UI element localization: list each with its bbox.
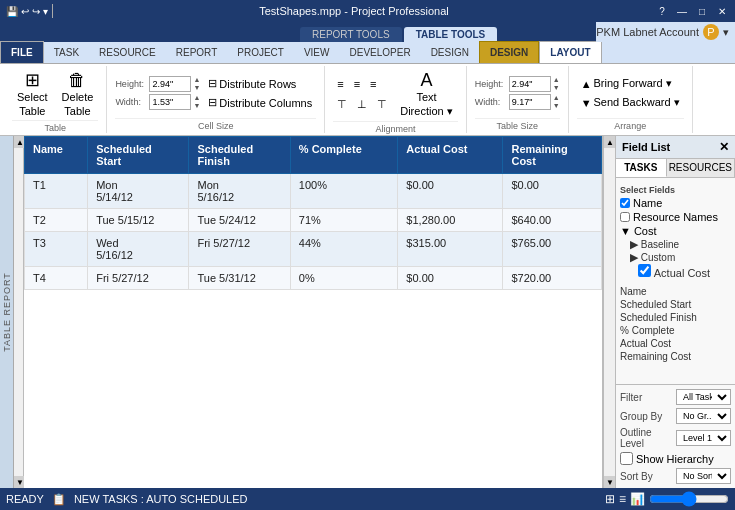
- distribute-rows-icon: ⊟: [208, 77, 217, 90]
- tab-task[interactable]: TASK: [44, 41, 89, 63]
- fl-expand-baseline[interactable]: ▶: [630, 238, 638, 250]
- fl-groupby-select[interactable]: No Gr...: [676, 408, 731, 424]
- fl-sortby-select[interactable]: No Sort: [676, 468, 731, 484]
- tab-report[interactable]: REPORT: [166, 41, 228, 63]
- height-input[interactable]: [149, 76, 191, 92]
- table-row: T4Fri 5/27/12Tue 5/31/120%$0.00$720.00: [25, 267, 602, 290]
- ribbon-group-table-label: Table: [12, 120, 98, 133]
- table-height-spinner: Height: ▲ ▼: [475, 76, 560, 92]
- avatar[interactable]: P: [703, 24, 719, 40]
- cell-actual-cost: $315.00: [398, 232, 503, 267]
- fl-plain-sched-finish: Scheduled Finish: [620, 311, 731, 324]
- fl-expand-cost[interactable]: ▼: [620, 225, 631, 237]
- tab-project[interactable]: PROJECT: [227, 41, 294, 63]
- table-width-down[interactable]: ▼: [553, 102, 560, 110]
- titlebar: 💾 ↩ ↪ ▾ TestShapes.mpp - Project Profess…: [0, 0, 735, 22]
- minimize-btn[interactable]: —: [675, 6, 689, 17]
- status-icon-list[interactable]: ≡: [619, 492, 626, 506]
- text-direction-btn[interactable]: A Text Direction ▾: [395, 68, 457, 121]
- width-up-arrow[interactable]: ▲: [193, 94, 200, 102]
- fl-hierarchy-checkbox[interactable]: [620, 452, 633, 465]
- col-header-name: Name: [25, 137, 88, 174]
- bring-forward-btn[interactable]: ▲ Bring Forward ▾: [577, 75, 684, 92]
- fl-outline-select[interactable]: Level 1: [676, 430, 731, 446]
- redo-quick-btn[interactable]: ↪: [32, 6, 40, 17]
- width-down-arrow[interactable]: ▼: [193, 102, 200, 110]
- table-height-input[interactable]: [509, 76, 551, 92]
- send-backward-icon: ▼: [581, 97, 592, 109]
- ribbon-group-table: ⊞ Select Table 🗑 Delete Table Table: [4, 66, 107, 133]
- cell-remaining-cost: $0.00: [503, 174, 602, 209]
- cell-sched-finish: Tue 5/24/12: [189, 209, 290, 232]
- user-chevron[interactable]: ▾: [723, 26, 729, 39]
- cell-sched-finish: Tue 5/31/12: [189, 267, 290, 290]
- distribute-rows-btn[interactable]: ⊟ Distribute Rows: [204, 75, 316, 92]
- fl-item-cost-section: ▼ Cost: [620, 224, 731, 238]
- table-width-up[interactable]: ▲: [553, 94, 560, 102]
- fl-filter-select[interactable]: All Tasks: [676, 389, 731, 405]
- tool-tab-table-tools[interactable]: TABLE TOOLS: [404, 27, 498, 42]
- height-down-arrow[interactable]: ▼: [193, 84, 200, 92]
- ribbon-tabs: FILE TASK RESOURCE REPORT PROJECT VIEW D…: [0, 42, 735, 64]
- fl-checkbox-actual-cost[interactable]: [638, 264, 651, 277]
- fl-hierarchy-row: Show Hierarchy: [620, 452, 731, 465]
- field-list-panel: Field List ✕ TASKS RESOURCES Select Fiel…: [615, 136, 735, 488]
- col-header-remaining-cost: RemainingCost: [503, 137, 602, 174]
- align-center-btn[interactable]: ≡: [350, 76, 364, 92]
- align-bottom-btn[interactable]: ⊤: [373, 96, 391, 113]
- delete-table-btn[interactable]: 🗑 Delete Table: [57, 68, 99, 120]
- align-middle-btn[interactable]: ⊥: [353, 96, 371, 113]
- fl-plain-sched-start: Scheduled Start: [620, 298, 731, 311]
- tool-tab-report-tools[interactable]: REPORT TOOLS: [300, 27, 402, 42]
- status-icon-chart[interactable]: 📊: [630, 492, 645, 506]
- align-right-btn[interactable]: ≡: [366, 76, 380, 92]
- save-quick-btn[interactable]: 💾: [6, 6, 18, 17]
- select-table-btn[interactable]: ⊞ Select Table: [12, 68, 53, 120]
- zoom-slider[interactable]: [649, 494, 729, 504]
- fl-plain-remaining-cost: Remaining Cost: [620, 350, 731, 363]
- ribbon-group-cell-size-label: Cell Size: [115, 118, 316, 131]
- distribute-cols-btn[interactable]: ⊟ Distribute Columns: [204, 94, 316, 111]
- undo-quick-btn[interactable]: ↩: [21, 6, 29, 17]
- cell-name: T4: [25, 267, 88, 290]
- select-table-icon: ⊞: [25, 71, 40, 89]
- cell-pct-complete: 100%: [290, 174, 398, 209]
- fl-checkbox-resource-names[interactable]: [620, 212, 630, 222]
- maximize-btn[interactable]: □: [695, 6, 709, 17]
- table-height-down[interactable]: ▼: [553, 84, 560, 92]
- ribbon-group-arrange: ▲ Bring Forward ▾ ▼ Send Backward ▾ Arra…: [569, 66, 693, 133]
- tab-view[interactable]: VIEW: [294, 41, 340, 63]
- tab-resource[interactable]: RESOURCE: [89, 41, 166, 63]
- cell-actual-cost: $0.00: [398, 174, 503, 209]
- send-backward-btn[interactable]: ▼ Send Backward ▾: [577, 94, 684, 111]
- fl-tab-tasks[interactable]: TASKS: [616, 159, 667, 177]
- align-top-btn[interactable]: ⊤: [333, 96, 351, 113]
- close-btn[interactable]: ✕: [715, 6, 729, 17]
- tab-design[interactable]: DESIGN: [421, 41, 479, 63]
- more-quick-btn[interactable]: ▾: [43, 6, 48, 17]
- width-input[interactable]: [149, 94, 191, 110]
- field-list-close-btn[interactable]: ✕: [719, 140, 729, 154]
- tab-file[interactable]: FILE: [0, 41, 44, 63]
- tab-developer[interactable]: DEVELOPER: [339, 41, 420, 63]
- cell-sched-start: Mon5/14/12: [88, 174, 189, 209]
- fl-label-cost: Cost: [634, 225, 657, 237]
- tab-layout[interactable]: LAYOUT: [539, 41, 601, 63]
- table-width-input[interactable]: [509, 94, 551, 110]
- ribbon: ⊞ Select Table 🗑 Delete Table Table Heig…: [0, 64, 735, 136]
- help-btn[interactable]: ?: [655, 6, 669, 17]
- ribbon-group-arrange-label: Arrange: [577, 118, 684, 131]
- fl-filter-label: Filter: [620, 392, 642, 403]
- status-icon-grid[interactable]: ⊞: [605, 492, 615, 506]
- fl-checkbox-name[interactable]: [620, 198, 630, 208]
- fl-tab-resources[interactable]: RESOURCES: [667, 159, 735, 177]
- fl-expand-custom[interactable]: ▶: [630, 251, 638, 263]
- cell-sched-finish: Fri 5/27/12: [189, 232, 290, 267]
- height-up-arrow[interactable]: ▲: [193, 76, 200, 84]
- table-height-up[interactable]: ▲: [553, 76, 560, 84]
- tab-design-highlighted[interactable]: DESIGN: [479, 41, 539, 63]
- cell-name: T2: [25, 209, 88, 232]
- align-left-btn[interactable]: ≡: [333, 76, 347, 92]
- text-direction-icon: A: [420, 71, 432, 89]
- new-tasks-label: NEW TASKS : AUTO SCHEDULED: [74, 493, 248, 505]
